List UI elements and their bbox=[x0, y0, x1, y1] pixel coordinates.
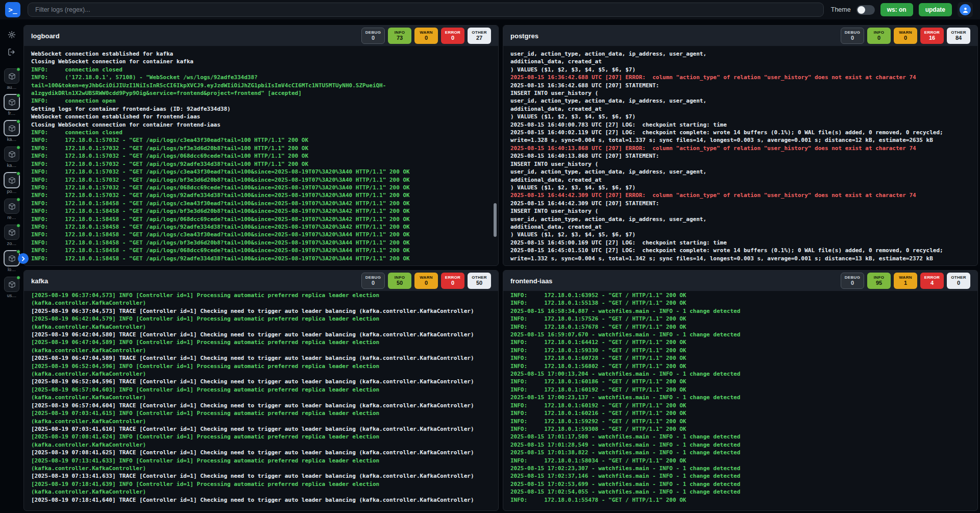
log-output[interactable]: [2025-08-19 06:37:04,573] INFO [Controll… bbox=[24, 287, 498, 510]
warn-badge[interactable]: WARN1 bbox=[894, 273, 917, 289]
log-line: [2025-08-19 07:13:41,633] INFO [Controll… bbox=[31, 457, 491, 465]
badge-count: 50 bbox=[397, 280, 403, 286]
log-line: INFO: connection closed bbox=[31, 129, 491, 136]
info-badge[interactable]: INFO50 bbox=[388, 273, 411, 289]
log-line: [2025-08-19 07:08:41,625] TRACE [Control… bbox=[31, 449, 491, 456]
container-icon[interactable] bbox=[4, 120, 19, 136]
badge-label: ERROR bbox=[445, 30, 460, 35]
error-badge[interactable]: ERROR16 bbox=[920, 28, 944, 44]
container-icon[interactable] bbox=[4, 225, 19, 240]
error-badge[interactable]: ERROR0 bbox=[441, 28, 464, 44]
info-badge[interactable]: INFO95 bbox=[867, 273, 891, 289]
info-badge[interactable]: INFO73 bbox=[388, 28, 411, 44]
container-label: re… bbox=[7, 215, 16, 220]
warn-badge[interactable]: WARN0 bbox=[414, 273, 438, 289]
log-line: INFO: 172.18.0.1:57526 - "GET / HTTP/1.1… bbox=[510, 315, 970, 323]
badge-label: ERROR bbox=[924, 275, 940, 280]
app-logo[interactable]: >_ bbox=[5, 2, 20, 17]
log-line: INFO: 172.18.0.1:60192 - "GET / HTTP/1.1… bbox=[510, 402, 970, 409]
log-line: 2025-08-15 16:44:42.309 UTC [207] STATEM… bbox=[510, 200, 970, 207]
log-line: user_id, action_type, action_data, ip_ad… bbox=[510, 215, 970, 223]
container-icon[interactable] bbox=[4, 251, 19, 266]
info-badge[interactable]: INFO0 bbox=[867, 28, 891, 44]
badge-count: 0 bbox=[425, 35, 428, 41]
log-line: 2025-08-15 17:02:23,307 - watchfiles.mai… bbox=[510, 465, 970, 472]
container-cube-icon bbox=[8, 125, 16, 132]
container-icon[interactable] bbox=[4, 199, 19, 214]
warn-badge[interactable]: WARN0 bbox=[894, 28, 917, 44]
log-line: INFO: 172.18.0.1:58458 - "GET /api/logs/… bbox=[31, 255, 491, 262]
log-line: 2025-08-15 16:44:42.309 UTC [207] ERROR:… bbox=[510, 191, 970, 199]
other-badge[interactable]: OTHER27 bbox=[468, 28, 491, 44]
log-line: 2025-08-15 17:01:17,508 - watchfiles.mai… bbox=[510, 433, 970, 441]
container-cube-icon bbox=[8, 177, 16, 184]
sidebar-container-item-6[interactable]: zo… bbox=[1, 225, 22, 246]
log-line: Closing WebSocket connection for contain… bbox=[31, 58, 491, 65]
badge-label: DEBUG bbox=[845, 275, 860, 280]
ws-status-button[interactable]: ws: on bbox=[880, 3, 913, 16]
level-badges: DEBUG0 INFO73 WARN0 ERROR0 OTHER27 bbox=[361, 28, 491, 44]
scrollbar-thumb[interactable] bbox=[494, 203, 497, 237]
log-output[interactable]: WebSocket connection established for kaf… bbox=[24, 46, 498, 265]
log-line: INFO: 172.18.0.1:58458 - "GET /api/logs/… bbox=[31, 247, 491, 254]
sidebar-container-item-4[interactable]: po… bbox=[1, 173, 22, 194]
running-status-dot bbox=[16, 172, 20, 176]
log-line: 2025-08-15 17:00:23,137 - watchfiles.mai… bbox=[510, 394, 970, 401]
container-label: au… bbox=[7, 85, 16, 90]
container-icon[interactable] bbox=[4, 146, 19, 162]
container-icon[interactable] bbox=[4, 94, 19, 110]
log-line: INFO: 172.18.0.1:57032 - "GET /api/logs/… bbox=[31, 168, 491, 176]
other-badge[interactable]: OTHER50 bbox=[468, 273, 491, 289]
debug-badge[interactable]: DEBUG0 bbox=[361, 273, 385, 289]
container-icon[interactable] bbox=[4, 173, 19, 188]
other-badge[interactable]: OTHER0 bbox=[947, 273, 970, 289]
badge-count: 0 bbox=[904, 35, 907, 41]
badge-label: ERROR bbox=[445, 275, 460, 280]
badge-label: OTHER bbox=[472, 275, 487, 280]
update-button[interactable]: update bbox=[919, 3, 952, 16]
log-line: [2025-08-19 06:42:04,579] INFO [Controll… bbox=[31, 315, 491, 323]
sidebar-container-item-5[interactable]: re… bbox=[1, 199, 22, 220]
log-line: INFO: 172.18.0.1:60216 - "GET / HTTP/1.1… bbox=[510, 409, 970, 417]
logout-button[interactable] bbox=[5, 45, 19, 59]
log-line: 2025-08-15 17:01:38,822 - watchfiles.mai… bbox=[510, 449, 970, 456]
error-badge[interactable]: ERROR4 bbox=[920, 273, 944, 289]
debug-badge[interactable]: DEBUG0 bbox=[841, 28, 864, 44]
sidebar: au…fr…ka…ka…po…re…zo…lo…us… bbox=[0, 19, 23, 513]
running-status-dot bbox=[16, 276, 20, 280]
user-avatar-button[interactable] bbox=[958, 2, 973, 17]
theme-label: Theme bbox=[831, 6, 851, 13]
panel-header: logboard DEBUG0 INFO73 WARN0 ERROR0 OTHE… bbox=[24, 26, 498, 46]
container-icon[interactable] bbox=[4, 68, 19, 84]
log-line: user_id, action_type, action_data, ip_ad… bbox=[510, 50, 970, 58]
other-badge[interactable]: OTHER84 bbox=[947, 28, 970, 44]
sidebar-container-item-2[interactable]: ka… bbox=[1, 120, 22, 142]
debug-badge[interactable]: DEBUG0 bbox=[841, 273, 864, 289]
log-line: [2025-08-19 07:03:41,615] INFO [Controll… bbox=[31, 409, 491, 417]
log-line: 2025-08-15 16:58:34,887 - watchfiles.mai… bbox=[510, 307, 970, 315]
settings-button[interactable] bbox=[5, 28, 19, 42]
badge-label: OTHER bbox=[951, 30, 966, 35]
debug-badge[interactable]: DEBUG0 bbox=[361, 28, 385, 44]
container-cube-icon bbox=[8, 281, 16, 288]
sidebar-container-item-3[interactable]: ka… bbox=[1, 146, 22, 168]
sidebar-container-item-1[interactable]: fr… bbox=[1, 94, 22, 116]
panel-frontend-iaas: frontend-iaas DEBUG0 INFO95 WARN1 ERROR4… bbox=[503, 270, 978, 511]
log-line: INFO: 172.18.0.1:58458 - "GET /api/logs/… bbox=[31, 200, 491, 207]
theme-toggle[interactable] bbox=[856, 5, 875, 15]
log-line: INFO: 172.18.0.1:59330 - "GET / HTTP/1.1… bbox=[510, 347, 970, 354]
error-badge[interactable]: ERROR0 bbox=[441, 273, 464, 289]
log-output[interactable]: INFO: 172.18.0.1:63952 - "GET / HTTP/1.1… bbox=[503, 287, 977, 510]
warn-badge[interactable]: WARN0 bbox=[414, 28, 438, 44]
log-line: INFO: 172.18.0.1:57032 - "GET /api/logs/… bbox=[31, 160, 491, 168]
badge-count: 0 bbox=[877, 35, 880, 41]
sidebar-container-item-0[interactable]: au… bbox=[1, 68, 22, 90]
log-output[interactable]: user_id, action_type, action_data, ip_ad… bbox=[503, 46, 977, 265]
filter-logs-input[interactable] bbox=[28, 3, 824, 17]
container-icon[interactable] bbox=[4, 277, 19, 292]
log-line: INFO: 172.18.0.1:57032 - "GET /api/logs/… bbox=[31, 144, 491, 152]
sidebar-container-item-8[interactable]: us… bbox=[1, 277, 22, 298]
log-line: INFO: 172.18.0.1:57032 - "GET /api/logs/… bbox=[31, 176, 491, 184]
log-line: [2025-08-19 07:18:41,639] INFO [Controll… bbox=[31, 480, 491, 488]
sidebar-expand-button[interactable] bbox=[18, 253, 29, 264]
